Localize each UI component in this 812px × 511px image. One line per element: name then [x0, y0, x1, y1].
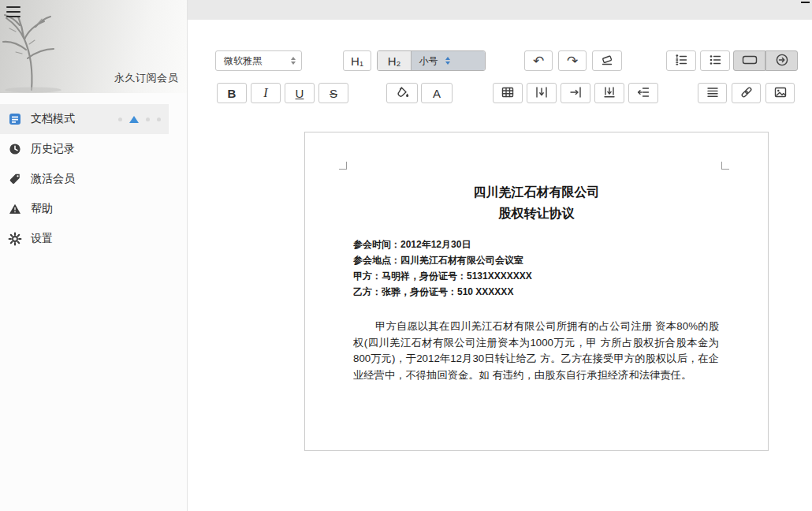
sidebar-item-label: 帮助: [31, 202, 53, 216]
membership-label: 永久订阅会员: [114, 71, 178, 85]
font-family-select[interactable]: 微软雅黑: [215, 50, 302, 71]
font-family-value: 微软雅黑: [224, 54, 262, 68]
italic-button[interactable]: I: [251, 83, 281, 103]
underline-button[interactable]: U: [285, 83, 315, 103]
sidebar-item-label: 激活会员: [31, 172, 75, 186]
indent-left-button[interactable]: [628, 83, 658, 103]
spinner-arrows-icon: [445, 57, 479, 65]
sidebar: 永久订阅会员 文档模式 历史记录: [0, 0, 188, 511]
main-area: 微软雅黑 H₁ H₂ 小号 ↶ ↷: [188, 0, 812, 511]
ordered-list-icon: [674, 53, 688, 69]
indent-right-icon: [568, 85, 583, 102]
undo-button[interactable]: ↶: [524, 50, 553, 71]
font-size-value: 小号: [412, 54, 445, 68]
insert-link-button[interactable]: [732, 83, 761, 103]
dot-icon: [118, 117, 122, 121]
minimize-button[interactable]: [801, 2, 810, 3]
carousel-indicator[interactable]: [118, 116, 169, 123]
meta-line: 甲方：马明祥，身份证号：5131XXXXXXX: [353, 268, 720, 284]
unordered-list-button[interactable]: [700, 50, 730, 71]
strikethrough-button[interactable]: S: [318, 83, 348, 103]
warning-icon: [8, 202, 22, 216]
arrow-circle-icon: [775, 53, 789, 69]
eraser-icon: [600, 53, 614, 69]
tag-icon: [8, 172, 22, 186]
strikethrough-label: S: [330, 87, 337, 100]
row-height-button[interactable]: [594, 83, 624, 103]
export-button[interactable]: [765, 50, 798, 71]
rectangle-icon: [741, 53, 758, 69]
unordered-list-icon: [708, 53, 722, 69]
meta-line: 参会时间：2012年12月30日: [353, 237, 720, 252]
document-body-paragraph: 甲方自愿以其在四川羌江石材有限公司所拥有的占公司注册 资本80%的股权(四川羌江…: [353, 319, 719, 383]
document-title-line2: 股权转让协议: [305, 203, 768, 224]
align-justify-icon: [706, 85, 720, 102]
heading1-button[interactable]: H₁: [343, 50, 371, 71]
sidebar-item-help[interactable]: 帮助: [0, 194, 169, 224]
sidebar-item-label: 历史记录: [31, 142, 75, 156]
clear-format-button[interactable]: [592, 50, 622, 71]
document-meta: 参会时间：2012年12月30日 参会地点：四川羌江石材有限公司会议室 甲方：马…: [353, 237, 720, 300]
indent-right-button[interactable]: [561, 83, 590, 103]
row-height-icon: [602, 85, 616, 102]
heading2-button[interactable]: H₂: [378, 51, 411, 70]
sidebar-item-label: 文档模式: [31, 112, 75, 126]
gear-icon: [8, 232, 22, 246]
editor-canvas[interactable]: 四川羌江石材有限公司 股权转让协议 参会时间：2012年12月30日 参会地点：…: [188, 112, 812, 511]
sidebar-header-image: 永久订阅会员: [0, 0, 187, 93]
paint-bucket-icon: [395, 85, 410, 102]
align-justify-button[interactable]: [698, 83, 727, 103]
sidebar-item-history[interactable]: 历史记录: [0, 134, 169, 164]
page-shape-button[interactable]: [733, 50, 765, 71]
indent-left-icon: [636, 85, 650, 102]
heading1-label: H₁: [351, 54, 363, 68]
insert-column-button[interactable]: [527, 83, 557, 103]
document-title-line1: 四川羌江石材有限公司: [305, 181, 768, 203]
meta-line: 参会地点：四川羌江石材有限公司会议室: [353, 252, 720, 268]
insert-table-button[interactable]: [493, 83, 523, 103]
font-size-select[interactable]: 小号: [411, 51, 485, 70]
redo-icon: ↷: [567, 54, 578, 68]
margin-mark-left: [339, 162, 347, 170]
heading-size-group: H₂ 小号: [377, 50, 486, 71]
sidebar-item-label: 设置: [31, 232, 53, 246]
clock-icon: [8, 142, 22, 156]
font-color-label: A: [433, 87, 441, 100]
insert-column-icon: [535, 85, 549, 102]
insert-image-button[interactable]: [765, 83, 795, 103]
sidebar-item-settings[interactable]: 设置: [0, 224, 169, 254]
italic-label: I: [263, 86, 267, 100]
bold-button[interactable]: B: [217, 83, 247, 103]
link-icon: [739, 85, 754, 102]
dot-icon: [157, 117, 161, 121]
sidebar-item-document-mode[interactable]: 文档模式: [0, 104, 169, 134]
title-bar: [188, 0, 812, 20]
margin-mark-right: [721, 162, 729, 170]
meta-line: 乙方：张骅，身份证号：510 XXXXXX: [353, 284, 720, 300]
menu-icon[interactable]: [6, 6, 20, 17]
heading2-label: H₂: [388, 54, 401, 68]
spinner-arrows-icon: [291, 57, 296, 65]
ordered-list-button[interactable]: [666, 50, 696, 71]
font-color-button[interactable]: A: [421, 83, 453, 103]
sidebar-item-activate-membership[interactable]: 激活会员: [0, 164, 169, 194]
table-icon: [501, 85, 515, 102]
redo-button[interactable]: ↷: [558, 50, 587, 71]
underline-label: U: [296, 87, 304, 100]
dot-icon: [146, 117, 150, 121]
bold-label: B: [228, 87, 237, 100]
document-page[interactable]: 四川羌江石材有限公司 股权转让协议 参会时间：2012年12月30日 参会地点：…: [304, 132, 769, 451]
document-mode-icon: [8, 112, 22, 126]
app-window: 永久订阅会员 文档模式 历史记录: [0, 0, 812, 511]
document-title: 四川羌江石材有限公司 股权转让协议: [305, 181, 768, 224]
sidebar-menu: 文档模式 历史记录 激活会员: [0, 104, 187, 254]
image-icon: [773, 85, 788, 102]
undo-icon: ↶: [533, 54, 544, 68]
highlight-color-button[interactable]: [386, 83, 418, 103]
blue-triangle-icon: [129, 116, 139, 123]
